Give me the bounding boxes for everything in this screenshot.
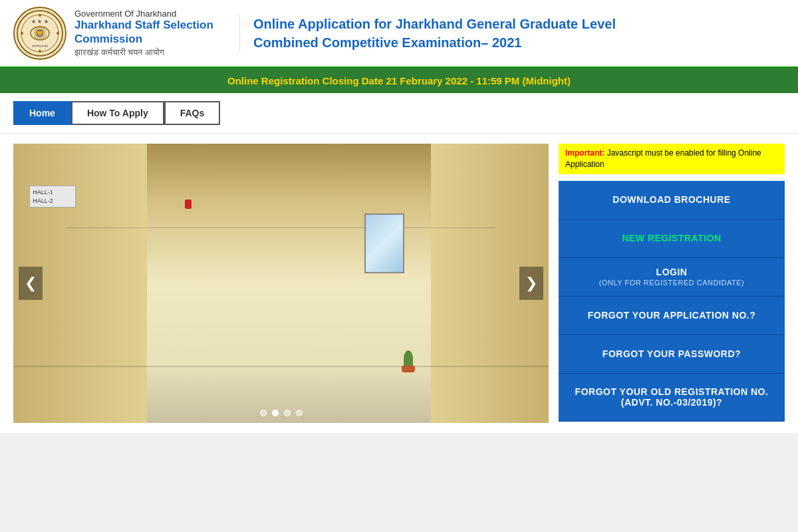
action-panel: Important: Javascript must be enabled fo… (559, 144, 785, 423)
carousel-image: HALL-1 HALL-2 (13, 144, 549, 423)
header-title-area: Online Application for Jharkhand General… (239, 15, 785, 52)
page-header: ★ ★ ★ 🦁 सत्यमेव जयते Government Of Jhark… (0, 0, 798, 68)
carousel-prev-button[interactable]: ❮ (19, 267, 43, 300)
svg-text:🦁: 🦁 (35, 29, 45, 38)
how-to-apply-nav-button[interactable]: How To Apply (71, 101, 164, 125)
org-logo: ★ ★ ★ 🦁 सत्यमेव जयते (13, 7, 66, 60)
carousel-dots (260, 410, 303, 416)
svg-point-7 (39, 14, 41, 17)
home-nav-button[interactable]: Home (13, 101, 71, 125)
logo-text: Government Of Jharkhand Jharkhand Staff … (74, 9, 239, 58)
corridor (147, 144, 431, 423)
important-notice: Important: Javascript must be enabled fo… (559, 144, 785, 174)
fire-alarm (185, 200, 192, 209)
ceiling-line (67, 227, 495, 228)
image-carousel: HALL-1 HALL-2 ❮ ❯ (13, 144, 549, 423)
new-registration-button[interactable]: NEW REGISTRATION (559, 219, 785, 258)
floor-line (13, 366, 549, 367)
decorative-plant (402, 349, 415, 372)
carousel-dot-3[interactable] (284, 410, 291, 416)
navbar: Home How To Apply FAQs (0, 93, 798, 134)
carousel-dot-1[interactable] (260, 410, 267, 416)
sign-board: HALL-1 HALL-2 (29, 186, 76, 207)
important-label: Important: (565, 148, 604, 158)
forgot-password-button[interactable]: FORGOT YOUR PASSWORD? (559, 335, 785, 374)
door-window (364, 213, 404, 273)
download-brochure-button[interactable]: DOWNLOAD BROCHURE (559, 181, 785, 219)
emblem-svg: ★ ★ ★ 🦁 सत्यमेव जयते (17, 10, 63, 57)
svg-text:★ ★ ★: ★ ★ ★ (31, 19, 48, 25)
page-title: Online Application for Jharkhand General… (253, 15, 785, 52)
svg-point-8 (39, 50, 41, 53)
svg-text:सत्यमेव जयते: सत्यमेव जयते (31, 44, 48, 48)
gov-name: Government Of Jharkhand (74, 9, 239, 19)
carousel-dot-2[interactable] (272, 410, 279, 416)
logo-area: ★ ★ ★ 🦁 सत्यमेव जयते Government Of Jhark… (13, 7, 239, 60)
faqs-nav-button[interactable]: FAQs (164, 101, 221, 125)
svg-point-10 (57, 32, 59, 35)
hallway-image: HALL-1 HALL-2 (13, 144, 549, 423)
login-button[interactable]: LOGIN (ONLY FOR REGISTERED CANDIDATE) (559, 258, 785, 297)
main-content: HALL-1 HALL-2 ❮ ❯ Important: Javascript … (0, 134, 798, 433)
org-name: Jharkhand Staff Selection Commission (74, 19, 239, 46)
forgot-old-registration-button[interactable]: FORGOT YOUR OLD REGISTRATION NO. (ADVT. … (559, 374, 785, 422)
carousel-dot-4[interactable] (296, 410, 303, 416)
carousel-next-button[interactable]: ❯ (519, 267, 543, 300)
login-sub-text: (ONLY FOR REGISTERED CANDIDATE) (599, 279, 744, 287)
forgot-old-reg-text: FORGOT YOUR OLD REGISTRATION NO. (ADVT. … (575, 386, 769, 408)
forgot-application-no-button[interactable]: FORGOT YOUR APPLICATION NO.? (559, 297, 785, 335)
hindi-name: झारखंड कर्मचारी चयन आयोग (74, 47, 239, 58)
svg-point-9 (21, 32, 23, 35)
registration-banner: Online Registration Closing Date 21 Febr… (0, 68, 798, 93)
